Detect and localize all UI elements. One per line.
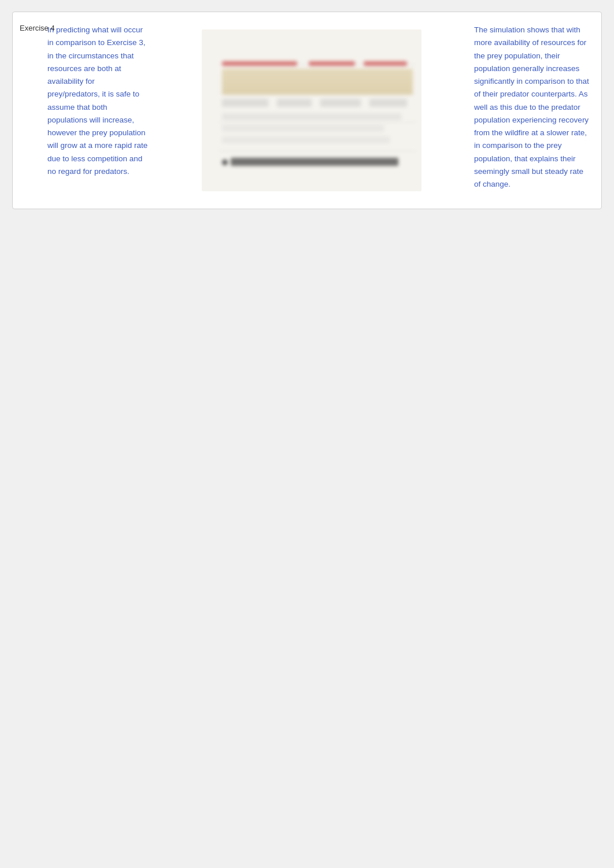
chart-text-sim-4 bbox=[369, 99, 407, 107]
chart-text-sim-6 bbox=[222, 125, 384, 132]
chart-text-sim-7 bbox=[222, 136, 390, 143]
grid-line bbox=[219, 122, 416, 123]
chart-dot bbox=[222, 159, 228, 165]
chart-bar-dark bbox=[231, 158, 398, 166]
chart-bar-red-3 bbox=[364, 61, 407, 66]
grid-line bbox=[219, 151, 416, 151]
chart-visual bbox=[202, 29, 421, 191]
chart-text-sim-5 bbox=[222, 113, 401, 120]
chart-area-tan bbox=[222, 69, 413, 95]
center-chart-area bbox=[154, 24, 468, 197]
page: Exercise 4 In predicting what will occur… bbox=[0, 0, 614, 868]
chart-bar-red-2 bbox=[309, 61, 355, 66]
right-paragraph: The simulation shows that with more avai… bbox=[474, 24, 590, 191]
chart-container bbox=[202, 29, 421, 191]
exercise-card: Exercise 4 In predicting what will occur… bbox=[12, 12, 602, 209]
exercise-label: Exercise 4 bbox=[20, 24, 55, 32]
chart-text-sim-3 bbox=[320, 99, 361, 107]
chart-text-sim-1 bbox=[222, 99, 268, 107]
right-text-column: The simulation shows that with more avai… bbox=[474, 24, 590, 191]
left-text-column: In predicting what will occur in compari… bbox=[47, 24, 149, 178]
left-paragraph: In predicting what will occur in compari… bbox=[47, 24, 149, 178]
chart-text-sim-2 bbox=[277, 99, 312, 107]
chart-bar-red-1 bbox=[222, 61, 297, 66]
content-row: In predicting what will occur in compari… bbox=[47, 24, 590, 197]
